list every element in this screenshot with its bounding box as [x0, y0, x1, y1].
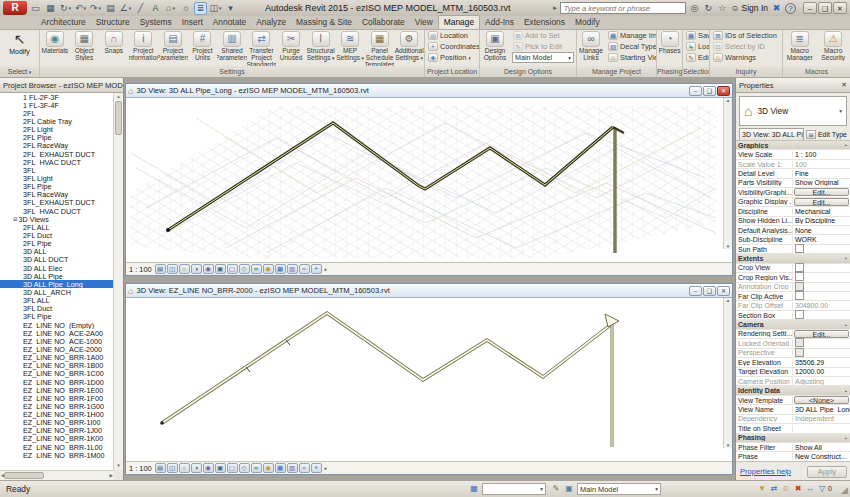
- tree-item[interactable]: 3D ALL DUCT: [0, 256, 113, 264]
- tree-item[interactable]: 3D ALL_ARCH: [0, 288, 113, 296]
- ribbon-button[interactable]: ⊡Select by ID: [710, 41, 782, 52]
- minimize-icon[interactable]: –: [689, 286, 702, 296]
- ribbon-tab[interactable]: Modify: [570, 16, 605, 29]
- sign-in-button[interactable]: ☺Sign In: [731, 3, 768, 13]
- property-row[interactable]: Eye Elevation 35506.29: [736, 358, 850, 367]
- tree-item[interactable]: 3FL RaceWay: [0, 191, 113, 199]
- close-button[interactable]: ✕: [833, 2, 847, 14]
- tree-item[interactable]: EZ_LINE NO_ACE-1000: [0, 337, 113, 345]
- tree-item[interactable]: EZ_LINE NO_BRR-1L00: [0, 443, 113, 451]
- tree-item[interactable]: EZ_LINE NO_BRR-1H00: [0, 410, 113, 418]
- ribbon-button[interactable]: ▥ Shared Parameters: [217, 30, 247, 66]
- view-scale-button[interactable]: 1 : 100: [129, 464, 152, 473]
- tree-item[interactable]: 2FL Pipe: [0, 134, 113, 142]
- close-icon[interactable]: ✕: [841, 81, 847, 89]
- view-control-icon[interactable]: ▢: [227, 463, 238, 473]
- ribbon-button[interactable]: ⇄ Transfer Project Standards: [247, 30, 277, 66]
- ribbon-button[interactable]: ◎Location: [425, 30, 479, 41]
- browser-vertical-scrollbar[interactable]: ▲ ▼: [114, 93, 123, 470]
- view-scale-button[interactable]: 1 : 100: [129, 265, 152, 274]
- view-control-icon[interactable]: ≈: [299, 264, 310, 274]
- tree-item[interactable]: 3FL: [0, 166, 113, 174]
- qat-button[interactable]: ◫: [209, 2, 222, 15]
- tree-item[interactable]: EZ_LINE NO_BRR-1M00: [0, 451, 113, 459]
- scroll-up-icon[interactable]: ▲: [726, 298, 730, 303]
- ribbon-button[interactable]: ⚠Warnings: [710, 52, 782, 63]
- property-row[interactable]: Title on Sheet: [736, 424, 850, 433]
- search-input[interactable]: [560, 2, 686, 14]
- view-vertical-scrollbar[interactable]: ▲▼: [723, 298, 732, 448]
- view-window-title-bar[interactable]: ⌂ 3D View: 3D ALL Pipe_Long - ezISO MEP …: [126, 84, 732, 98]
- status-filter-icon[interactable]: ▽: [816, 484, 828, 495]
- ribbon-button[interactable]: ▤ Project Parameters: [158, 30, 188, 66]
- property-row[interactable]: Perspective: [736, 349, 850, 358]
- scroll-right-icon[interactable]: ▶: [110, 473, 113, 478]
- ribbon-button[interactable]: I Structural Settings: [306, 30, 336, 66]
- modify-button[interactable]: ↖ Modify: [0, 30, 39, 55]
- restore-button[interactable]: ❑: [818, 2, 832, 14]
- ribbon-tab[interactable]: Extensions: [519, 16, 570, 29]
- favorites-icon[interactable]: ☆: [717, 3, 728, 13]
- ribbon-tab[interactable]: Systems: [135, 16, 177, 29]
- tree-item[interactable]: EZ_LINE NO_BRR-1C00: [0, 370, 113, 378]
- qat-button[interactable]: ∠: [119, 2, 132, 15]
- ribbon-button[interactable]: ⚙ Additional Settings: [394, 30, 424, 66]
- view-window-3d-all-pipe-long[interactable]: ⌂ 3D View: 3D ALL Pipe_Long - ezISO MEP …: [125, 83, 733, 276]
- type-selector[interactable]: ⌂ 3D View ▾: [739, 96, 847, 126]
- status-filter-icon[interactable]: ⇄: [768, 484, 780, 495]
- scroll-up-icon[interactable]: ▲: [726, 98, 730, 103]
- edit-type-button[interactable]: ⊞ Edit Type: [806, 130, 847, 139]
- property-row[interactable]: View Template <None>: [736, 396, 850, 405]
- tree-item[interactable]: 2FL_HVAC DUCT: [0, 158, 113, 166]
- property-row[interactable]: Section Box: [736, 311, 850, 320]
- tree-item[interactable]: EZ_LINE NO_BRR-1A00: [0, 354, 113, 362]
- property-row[interactable]: Sun Path: [736, 245, 850, 254]
- view-window-ez-line-no-brr-2000[interactable]: ⌂ 3D View: EZ_LINE NO_BRR-2000 - ezISO M…: [125, 283, 733, 475]
- qat-button[interactable]: ☼: [179, 2, 192, 15]
- view-control-icon[interactable]: ▣: [215, 264, 226, 274]
- view-control-icon[interactable]: ▥: [287, 463, 298, 473]
- restore-icon[interactable]: ❑: [703, 286, 716, 296]
- ribbon-tab[interactable]: Annotate: [208, 16, 252, 29]
- panel-label-manage-project[interactable]: Manage Project: [577, 66, 656, 77]
- help-icon[interactable]: ?: [785, 3, 796, 14]
- ribbon-button[interactable]: i Project Information: [129, 30, 159, 66]
- scroll-down-icon[interactable]: ▼: [726, 244, 730, 249]
- active-design-option-dropdown[interactable]: Main Model▾: [577, 483, 661, 495]
- ribbon-button[interactable]: ≣ Macro Manager: [783, 30, 817, 66]
- qat-button[interactable]: A: [149, 2, 162, 15]
- panel-label-selection[interactable]: Selection: [683, 66, 709, 77]
- ribbon-button[interactable]: ▦Manage Images: [605, 30, 656, 41]
- resize-grip-icon[interactable]: ◢: [841, 485, 848, 495]
- view-control-icon[interactable]: +: [311, 463, 322, 473]
- property-row[interactable]: Target Elevation 12000.00: [736, 368, 850, 377]
- view-control-icon[interactable]: ▦: [275, 463, 286, 473]
- property-row[interactable]: Default Analysis... None: [736, 226, 850, 235]
- active-workset-dropdown[interactable]: ▾: [482, 483, 546, 495]
- phases-button[interactable]: ◔ Phases: [657, 30, 682, 66]
- design-options-icon[interactable]: ▣: [563, 484, 575, 495]
- project-browser-header[interactable]: Project Browser - ezISO MEP MODEL_... ✕: [0, 78, 123, 93]
- view-control-icon[interactable]: ☼: [179, 463, 190, 473]
- scrollbar-thumb[interactable]: [115, 101, 122, 135]
- ribbon-button[interactable]: ◉ Materials: [40, 30, 70, 66]
- tree-item[interactable]: 1 FL-2F-3F: [0, 93, 113, 101]
- chevron-right-icon[interactable]: ▸: [325, 266, 328, 272]
- ribbon-button[interactable]: ⊞Add to Set: [510, 30, 576, 41]
- scroll-down-icon[interactable]: ▼: [116, 462, 120, 470]
- property-row[interactable]: Camera Position Adjusting: [736, 377, 850, 386]
- tree-item[interactable]: EZ_LINE NO_ACE-2000: [0, 345, 113, 353]
- ribbon-button[interactable]: ▦ Panel Schedule Templates: [365, 30, 395, 66]
- ribbon-tab[interactable]: Add-Ins: [480, 16, 519, 29]
- view-control-icon[interactable]: ▣: [215, 463, 226, 473]
- ribbon-button[interactable]: ▦Save: [683, 30, 709, 41]
- view-control-icon[interactable]: ◉: [203, 463, 214, 473]
- property-row[interactable]: Phase New Construct...: [736, 452, 850, 461]
- view-control-icon[interactable]: ◑: [191, 463, 202, 473]
- ribbon-tab[interactable]: Architecture: [36, 16, 91, 29]
- tree-item[interactable]: 2FL Duct: [0, 231, 113, 239]
- property-row[interactable]: Scale Value 1: 100: [736, 160, 850, 169]
- status-filter-icon[interactable]: ☺: [780, 484, 792, 495]
- ribbon-button[interactable]: ⚠ Macro Security: [817, 30, 850, 66]
- view-control-icon[interactable]: ▥: [287, 264, 298, 274]
